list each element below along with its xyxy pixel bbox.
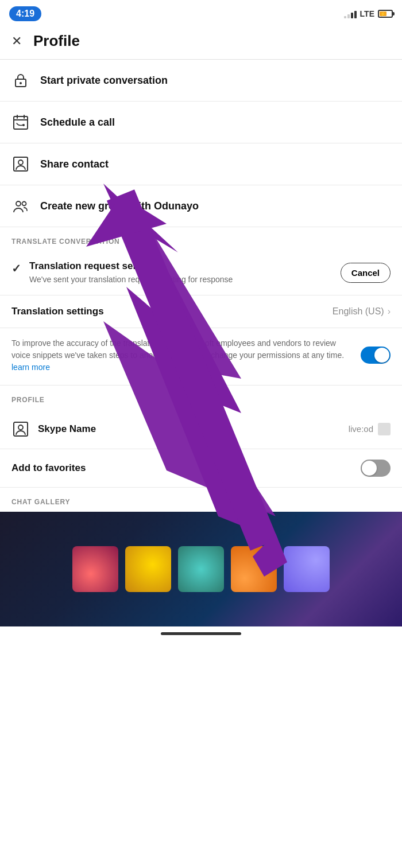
start-private-conversation-label: Start private conversation	[40, 75, 168, 87]
translation-title: Translation request sent	[29, 260, 333, 272]
close-button[interactable]: ✕	[11, 34, 22, 49]
battery-bolt: ⚡	[380, 11, 386, 17]
skype-name-left: Skype Name	[11, 420, 96, 438]
home-bar	[161, 632, 241, 635]
translator-info-row: To improve the accuracy of the translato…	[0, 328, 402, 386]
gallery-thumb-1[interactable]	[72, 546, 118, 592]
chat-gallery-header: CHAT GALLERY	[0, 488, 402, 512]
share-contact-item[interactable]: Share contact	[0, 143, 402, 185]
share-contact-label: Share contact	[40, 158, 109, 170]
add-to-favorites-row: Add to favorites	[0, 449, 402, 488]
add-to-favorites-label: Add to favorites	[11, 462, 86, 474]
svg-point-14	[16, 201, 21, 206]
create-group-item[interactable]: Create new group with Odunayo	[0, 185, 402, 227]
chat-gallery-image	[0, 512, 402, 626]
menu-list: Start private conversation Schedule a ca…	[0, 60, 402, 227]
profile-header: ✕ Profile	[0, 25, 402, 60]
status-time: 4:19	[9, 6, 41, 21]
skype-name-label: Skype Name	[38, 423, 96, 435]
status-bar: 4:19 LTE ⚡	[0, 0, 402, 25]
signal-bars	[344, 9, 357, 18]
signal-bar-3	[351, 13, 353, 18]
svg-point-11	[22, 124, 25, 126]
translation-settings-label: Translation settings	[11, 306, 104, 317]
home-indicator	[0, 626, 402, 640]
translation-language: English (US)	[333, 306, 384, 317]
chevron-right-icon: ›	[388, 306, 391, 317]
toggle-thumb	[374, 348, 389, 363]
gallery-thumb-2[interactable]	[125, 546, 171, 592]
translation-settings-value: English (US) ›	[333, 306, 391, 317]
translator-info-text: To improve the accuracy of the translato…	[11, 337, 351, 373]
copy-icon[interactable]	[378, 423, 391, 435]
svg-point-17	[18, 425, 23, 430]
translation-subtitle: We've sent your translation request. Wai…	[29, 274, 333, 286]
share-contact-icon	[11, 155, 30, 173]
translation-settings-row[interactable]: Translation settings English (US) ›	[0, 295, 402, 328]
schedule-call-item[interactable]: Schedule a call	[0, 102, 402, 143]
translation-text: Translation request sent We've sent your…	[29, 260, 333, 286]
learn-more-link[interactable]: learn more	[11, 363, 50, 372]
svg-point-15	[22, 202, 26, 206]
favorites-toggle[interactable]	[361, 460, 391, 477]
skype-name-value: live:od	[349, 424, 373, 434]
skype-name-row: Skype Name live:od	[0, 410, 402, 449]
schedule-icon	[11, 113, 30, 131]
favorites-toggle-thumb	[362, 461, 377, 476]
svg-point-13	[18, 160, 23, 165]
skype-name-value-group: live:od	[349, 423, 391, 435]
translator-toggle[interactable]	[361, 347, 391, 364]
lock-chat-icon	[11, 71, 30, 89]
skype-name-icon	[11, 420, 30, 438]
lte-label: LTE	[360, 9, 374, 18]
cancel-translation-button[interactable]: Cancel	[341, 263, 391, 283]
start-private-conversation-item[interactable]: Start private conversation	[0, 60, 402, 102]
translate-section-header: TRANSLATE CONVERSATION	[0, 227, 402, 251]
battery-fill: ⚡	[380, 11, 386, 16]
svg-point-6	[20, 82, 22, 84]
svg-rect-7	[14, 116, 28, 129]
signal-bar-2	[347, 14, 350, 18]
schedule-call-label: Schedule a call	[40, 116, 115, 129]
signal-bar-4	[354, 11, 357, 18]
profile-section-header: PROFILE	[0, 386, 402, 410]
status-right: LTE ⚡	[344, 9, 393, 18]
gallery-thumb-3[interactable]	[178, 546, 224, 592]
battery-icon: ⚡	[378, 10, 393, 18]
gallery-thumb-5[interactable]	[284, 546, 330, 592]
group-icon	[11, 197, 30, 215]
create-group-label: Create new group with Odunayo	[40, 200, 199, 212]
gallery-thumb-4[interactable]	[231, 546, 277, 592]
gallery-thumbnails	[61, 542, 341, 597]
translation-request-row: ✓ Translation request sent We've sent yo…	[0, 251, 402, 295]
page-title: Profile	[33, 32, 80, 50]
check-icon: ✓	[11, 262, 21, 275]
signal-bar-1	[344, 16, 346, 18]
